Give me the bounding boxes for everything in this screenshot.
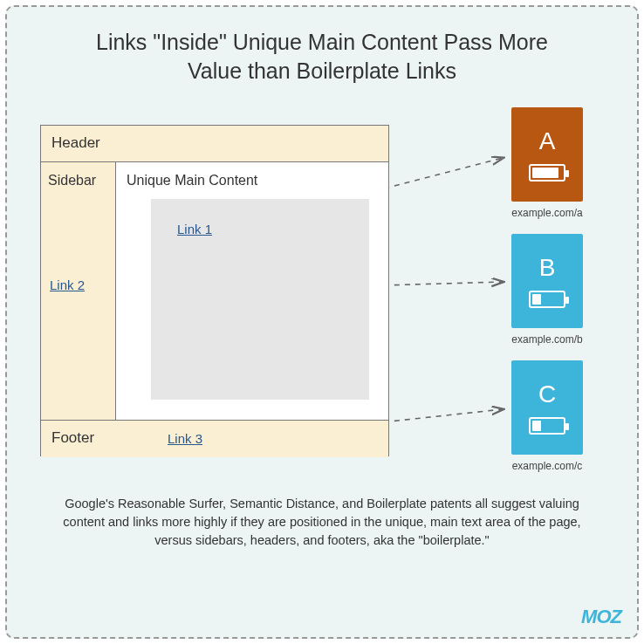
footer-label: Footer <box>51 429 94 446</box>
battery-icon <box>529 417 565 435</box>
card-box-c: C <box>511 360 583 455</box>
card-box-a: A <box>511 107 583 202</box>
page-middle: Sidebar Link 2 Unique Main Content Link … <box>41 162 388 421</box>
sidebar-label: Sidebar <box>48 173 96 188</box>
card-letter-c: C <box>538 380 556 408</box>
diagram-title: Links "Inside" Unique Main Content Pass … <box>31 28 613 85</box>
target-card-a: A example.com/a <box>511 107 583 202</box>
link-3: Link 3 <box>168 431 202 446</box>
page-sidebar: Sidebar Link 2 <box>41 162 116 420</box>
link-2: Link 2 <box>50 277 85 292</box>
page-footer: Footer Link 3 <box>41 421 388 457</box>
page-mock: Header Sidebar Link 2 Unique Main Conten… <box>40 125 389 456</box>
battery-icon <box>529 291 565 308</box>
card-caption-a: example.com/a <box>511 207 583 219</box>
target-card-c: C example.com/c <box>511 360 583 455</box>
page-header: Header <box>41 126 388 162</box>
card-letter-a: A <box>539 127 556 155</box>
battery-fill-high <box>532 168 558 178</box>
card-caption-b: example.com/b <box>511 333 583 346</box>
link-1: Link 1 <box>177 222 212 236</box>
target-card-b: B example.com/b <box>511 234 583 328</box>
diagram-frame: Links "Inside" Unique Main Content Pass … <box>5 5 639 639</box>
main-content-label: Unique Main Content <box>127 173 257 188</box>
battery-icon <box>529 164 565 182</box>
page-main: Unique Main Content Link 1 <box>116 162 388 420</box>
moz-logo: MOZ <box>581 606 621 628</box>
diagram-stage: Header Sidebar Link 2 Unique Main Conten… <box>31 107 613 483</box>
battery-fill-low <box>532 294 541 305</box>
diagram-caption: Google's Reasonable Surfer, Semantic Dis… <box>31 495 613 550</box>
card-letter-b: B <box>539 254 556 282</box>
battery-fill-low <box>532 421 541 431</box>
card-box-b: B <box>511 234 583 328</box>
card-caption-c: example.com/c <box>511 460 583 472</box>
